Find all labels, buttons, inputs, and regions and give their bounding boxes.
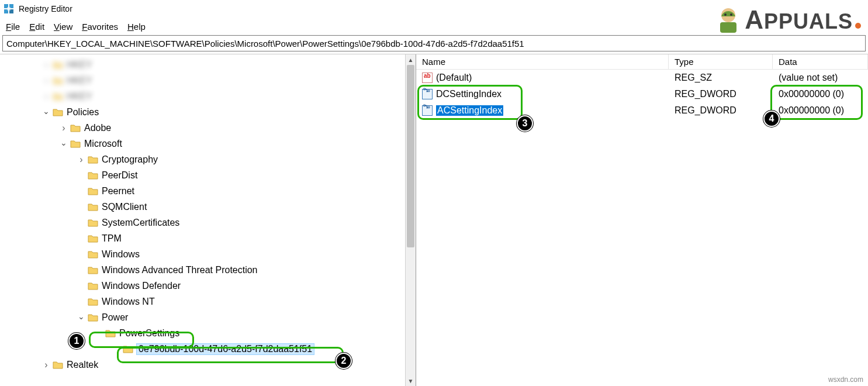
- list-row[interactable]: (Default)REG_SZ(value not set): [416, 70, 868, 86]
- value-data-cell: 0x00000000 (0): [773, 105, 868, 116]
- tree-item-policies[interactable]: Policies: [67, 107, 99, 118]
- menu-file[interactable]: File: [6, 22, 20, 32]
- scroll-down-icon[interactable]: ▼: [406, 375, 416, 386]
- window-title: Registry Editor: [19, 4, 72, 13]
- tree-item[interactable]: HKEY: [67, 75, 92, 86]
- list-row[interactable]: ACSettingIndexREG_DWORD0x00000000 (0): [416, 102, 868, 119]
- value-name-cell[interactable]: (Default): [416, 73, 669, 83]
- chevron-down-icon[interactable]: [58, 139, 69, 149]
- column-header-data[interactable]: Data: [773, 54, 868, 69]
- svg-rect-4: [7, 7, 11, 11]
- value-name: (Default): [436, 73, 472, 83]
- folder-icon: [70, 123, 81, 133]
- tree-item[interactable]: TPM: [102, 233, 122, 244]
- column-header-type[interactable]: Type: [669, 54, 773, 69]
- value-data-cell: (value not set): [773, 73, 868, 83]
- chevron-right-icon[interactable]: [41, 75, 51, 86]
- chevron-right-icon[interactable]: [41, 91, 51, 102]
- tree-item-microsoft[interactable]: Microsoft: [84, 139, 122, 149]
- list-pane: Name Type Data (Default)REG_SZ(value not…: [416, 54, 868, 386]
- chevron-right-icon[interactable]: [76, 154, 87, 165]
- chevron-down-icon[interactable]: [41, 107, 51, 118]
- folder-icon: [53, 107, 63, 118]
- folder-icon: [88, 202, 98, 212]
- folder-icon: [88, 170, 98, 181]
- dword-value-icon: [422, 105, 433, 116]
- string-value-icon: [422, 73, 433, 83]
- menu-help[interactable]: Help: [127, 22, 146, 32]
- app-icon: [4, 4, 14, 14]
- annotation-badge-4: 4: [763, 111, 780, 127]
- tree-item-adobe[interactable]: Adobe: [84, 123, 111, 133]
- tree-item[interactable]: SQMClient: [102, 202, 147, 212]
- annotation-badge-2: 2: [336, 353, 352, 369]
- folder-icon: [53, 360, 63, 370]
- tree-item[interactable]: Windows NT: [102, 297, 155, 307]
- folder-icon: [88, 218, 98, 228]
- svg-point-8: [730, 13, 732, 16]
- svg-point-7: [724, 13, 727, 16]
- annotation-badge-1: 1: [68, 333, 85, 349]
- dword-value-icon: [422, 89, 433, 99]
- value-name: ACSettingIndex: [436, 105, 503, 116]
- folder-icon: [88, 154, 98, 165]
- tree-item-power[interactable]: Power: [102, 312, 128, 323]
- value-type-cell: REG_SZ: [669, 73, 773, 83]
- folder-icon: [105, 328, 116, 339]
- tree-item[interactable]: Windows Defender: [102, 281, 181, 291]
- tree-item[interactable]: PeerDist: [102, 170, 137, 181]
- address-path: Computer\HKEY_LOCAL_MACHINE\SOFTWARE\Pol…: [6, 39, 524, 49]
- tree-item[interactable]: Windows: [102, 249, 140, 260]
- tree-item-realtek[interactable]: Realtek: [67, 360, 98, 370]
- tree-item-powersettings[interactable]: PowerSettings: [119, 328, 179, 339]
- folder-icon: [88, 186, 98, 197]
- chevron-right-icon[interactable]: [58, 123, 69, 133]
- tree-item[interactable]: HKEY: [67, 91, 92, 102]
- tree-item[interactable]: HKEY: [67, 60, 92, 70]
- menu-favorites[interactable]: Favorites: [82, 22, 118, 32]
- tree-item-guid-selected[interactable]: 0e796bdb-100d-47d6-a2d5-f7d2daa51f51: [137, 344, 314, 354]
- list-header: Name Type Data: [416, 54, 868, 70]
- value-name: DCSettingIndex: [436, 89, 502, 99]
- scroll-up-icon[interactable]: ▲: [406, 54, 416, 65]
- folder-icon: [88, 265, 98, 275]
- scroll-thumb[interactable]: [407, 65, 414, 247]
- menu-edit[interactable]: Edit: [29, 22, 44, 32]
- tree-item[interactable]: Windows Advanced Threat Protection: [102, 265, 258, 275]
- svg-rect-6: [720, 22, 736, 33]
- chevron-right-icon[interactable]: [41, 60, 51, 70]
- folder-icon: [88, 249, 98, 260]
- chevron-right-icon[interactable]: [41, 360, 51, 370]
- value-data-cell: 0x00000000 (0): [773, 89, 868, 99]
- folder-icon: [53, 60, 63, 70]
- folder-icon: [123, 344, 133, 354]
- folder-icon: [70, 139, 81, 149]
- value-name-cell[interactable]: DCSettingIndex: [416, 89, 669, 99]
- folder-icon: [88, 312, 98, 323]
- address-bar[interactable]: Computer\HKEY_LOCAL_MACHINE\SOFTWARE\Pol…: [2, 35, 866, 51]
- tree-item[interactable]: Cryptography: [102, 154, 158, 165]
- folder-icon: [88, 233, 98, 244]
- chevron-down-icon[interactable]: [76, 312, 87, 323]
- tree-item[interactable]: SystemCertificates: [102, 218, 179, 228]
- folder-icon: [53, 91, 63, 102]
- tree-item[interactable]: Peernet: [102, 186, 134, 197]
- value-type-cell: REG_DWORD: [669, 89, 773, 99]
- annotation-badge-3: 3: [517, 115, 533, 132]
- watermark-logo: APPUALS: [712, 4, 861, 36]
- scrollbar-vertical[interactable]: ▲ ▼: [405, 54, 416, 386]
- tree-pane: HKEY HKEY HKEY Policies Adobe Microsoft …: [0, 54, 416, 386]
- source-attribution: wsxdn.com: [828, 375, 863, 384]
- menu-view[interactable]: View: [54, 22, 72, 32]
- value-type-cell: REG_DWORD: [669, 105, 773, 116]
- folder-icon: [88, 281, 98, 291]
- folder-icon: [88, 297, 98, 307]
- list-row[interactable]: DCSettingIndexREG_DWORD0x00000000 (0): [416, 86, 868, 102]
- value-name-cell[interactable]: ACSettingIndex: [416, 105, 669, 116]
- column-header-name[interactable]: Name: [416, 54, 669, 69]
- folder-icon: [53, 75, 63, 86]
